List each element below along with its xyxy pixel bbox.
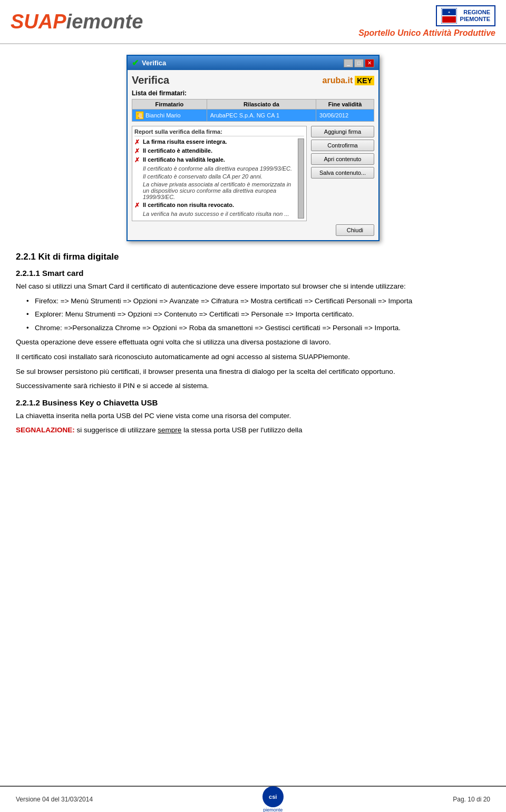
chiudi-row: Chiudi xyxy=(132,224,374,236)
para5-text: La chiavetta inserita nella porta USB de… xyxy=(16,410,490,422)
report-label: Report sulla verifica della firma: xyxy=(134,128,304,136)
report-x-icon-2: ✗ xyxy=(134,147,141,155)
aruba-key-text: KEY xyxy=(355,76,374,85)
list-item-chrome: Chrome: =>Personalizza Chrome => Opzioni… xyxy=(26,322,490,334)
suap-logo-suap: SUAP xyxy=(11,11,66,33)
scroll-bar[interactable] xyxy=(298,138,304,219)
col-firmatario: Firmatario xyxy=(132,100,207,110)
segnalazione-text: si suggerisce di utilizzare xyxy=(77,426,158,434)
table-row[interactable]: 📜Bianchi Mario ArubaPEC S.p.A. NG CA 1 3… xyxy=(132,110,374,122)
footer-logo: csi piemonte xyxy=(262,786,284,812)
report-with-scroll: ✗ La firma risulta essere integra. ✗ Il … xyxy=(134,138,304,219)
footer-version: Versione 04 del 31/03/2014 xyxy=(16,796,93,803)
segnalazione-sempre: sempre xyxy=(158,426,181,434)
cert-icon: 📜 xyxy=(135,111,144,120)
report-x-icon: ✗ xyxy=(134,138,141,146)
dialog-lower: Report sulla verifica della firma: ✗ La … xyxy=(132,126,374,221)
report-item-4: Il certificato è conforme alla direttiva… xyxy=(134,165,298,172)
csi-logo: csi xyxy=(262,786,284,807)
firefox-item-text: Firefox: => Menù Strumenti => Opzioni =>… xyxy=(35,297,412,305)
check-icon: ✔ xyxy=(132,58,139,68)
maximize-button[interactable]: □ xyxy=(354,59,364,67)
sportello-title: Sportello Unico Attività Produttive xyxy=(358,28,495,38)
csi-text: csi xyxy=(269,794,277,800)
segnalazione-label: SEGNALAZIONE: xyxy=(16,426,75,434)
cell-validita: 30/06/2012 xyxy=(316,110,374,122)
regione-flag-icon: + xyxy=(441,8,457,24)
dialog-controls[interactable]: _ □ ✕ xyxy=(344,59,374,67)
report-item-5: Il certificato è conservato dalla CA per… xyxy=(134,173,298,180)
regione-badge: + REGIONE PIEMONTE xyxy=(436,5,495,26)
main-content: ✔ Verifica _ □ ✕ Verifica aruba.it KEY xyxy=(0,44,506,468)
report-item-7: ✗ Il certificato non risulta revocato. xyxy=(134,202,298,209)
controfirma-button[interactable]: Controfirma xyxy=(311,140,374,151)
cell-firmatario: 📜Bianchi Mario xyxy=(132,110,207,122)
report-item-2: ✗ Il certificato è attendibile. xyxy=(134,147,298,155)
col-validita: Fine validità xyxy=(316,100,374,110)
para1-text: Questa operazione deve essere effettuata… xyxy=(16,336,490,348)
suap-logo: SUAPiemonte xyxy=(11,11,143,33)
segnalazione-rest: la stessa porta USB per l'utilizzo della xyxy=(183,426,302,434)
chrome-item-text: Chrome: =>Personalizza Chrome => Opzioni… xyxy=(35,324,401,332)
dialog-title-left: ✔ Verifica xyxy=(132,58,166,68)
report-text-italic-2: Il certificato è conservato dalla CA per… xyxy=(143,173,262,180)
browser-list: Firefox: => Menù Strumenti => Opzioni =>… xyxy=(16,295,490,334)
para4-text: Successivamente sarà richiesto il PIN e … xyxy=(16,380,490,392)
report-text-bold-4: Il certificato non risulta revocato. xyxy=(143,202,234,208)
section-221-heading: 2.2.1 Kit di firma digitale xyxy=(16,252,490,262)
explorer-item-text: Explorer: Menu Strumenti => Opzioni => C… xyxy=(35,310,354,318)
para2-text: Il certificato così installato sarà rico… xyxy=(16,351,490,363)
report-text-bold-3: Il certificato ha validità legale. xyxy=(143,156,225,163)
segnalazione-block: SEGNALAZIONE: si suggerisce di utilizzar… xyxy=(16,424,490,436)
report-text-bold-1: La firma risulta essere integra. xyxy=(143,138,227,145)
report-x-icon-7: ✗ xyxy=(134,202,141,209)
list-item-explorer: Explorer: Menu Strumenti => Opzioni => C… xyxy=(26,309,490,320)
verifica-dialog: ✔ Verifica _ □ ✕ Verifica aruba.it KEY xyxy=(126,55,380,241)
report-text-bold-2: Il certificato è attendibile. xyxy=(143,147,212,154)
minimize-button[interactable]: _ xyxy=(344,59,353,67)
csi-sub-text: piemonte xyxy=(263,807,283,812)
dialog-header-area: Verifica aruba.it KEY xyxy=(132,74,374,86)
list-item-firefox: Firefox: => Menù Strumenti => Opzioni =>… xyxy=(26,295,490,307)
verifica-header-text: Verifica xyxy=(132,74,169,86)
suap-logo-piemonte: iemonte xyxy=(66,11,143,33)
screenshot-container: ✔ Verifica _ □ ✕ Verifica aruba.it KEY xyxy=(16,55,490,241)
report-section: Report sulla verifica della firma: ✗ La … xyxy=(132,126,307,221)
apri-contenuto-button[interactable]: Apri contenuto xyxy=(311,153,374,165)
report-item-8: La verifica ha avuto successo e il certi… xyxy=(134,211,298,217)
report-x-icon-3: ✗ xyxy=(134,156,141,164)
cell-rilasciato: ArubaPEC S.p.A. NG CA 1 xyxy=(207,110,316,122)
report-text-italic-3: La chiave privata associata al certifica… xyxy=(143,181,298,200)
report-item-3: ✗ Il certificato ha validità legale. xyxy=(134,156,298,164)
footer-page: Pag. 10 di 20 xyxy=(453,796,490,803)
report-item-6: La chiave privata associata al certifica… xyxy=(134,181,298,200)
section-2212-heading: 2.2.1.2 Business Key o Chiavetta USB xyxy=(16,398,490,407)
aruba-logo: aruba.it KEY xyxy=(323,76,374,85)
report-item-1: ✗ La firma risulta essere integra. xyxy=(134,138,298,146)
page-header: SUAPiemonte + REGIONE PIEMONTE Sportello… xyxy=(0,0,506,44)
aggiungi-firma-button[interactable]: Aggiungi firma xyxy=(311,126,374,137)
aruba-text: aruba.it xyxy=(323,76,353,85)
chiudi-button[interactable]: Chiudi xyxy=(336,224,374,236)
col-rilasciato: Rilasciato da xyxy=(207,100,316,110)
dialog-titlebar: ✔ Verifica _ □ ✕ xyxy=(128,56,378,70)
svg-rect-2 xyxy=(442,16,456,23)
salva-contenuto-button[interactable]: Salva contenuto... xyxy=(311,167,374,179)
page-footer: Versione 04 del 31/03/2014 csi piemonte … xyxy=(0,786,506,812)
report-text-italic-4: La verifica ha avuto successo e il certi… xyxy=(143,211,289,217)
para3-text: Se sul browser persistono più certificat… xyxy=(16,366,490,378)
section-2211-heading: 2.2.1.1 Smart card xyxy=(16,269,490,278)
close-button[interactable]: ✕ xyxy=(365,59,374,67)
dialog-buttons: Aggiungi firma Controfirma Apri contenut… xyxy=(311,126,374,221)
report-text-italic-1: Il certificato è conforme alla direttiva… xyxy=(143,165,292,172)
firmatari-table: Firmatario Rilasciato da Fine validità 📜… xyxy=(132,99,374,122)
report-text-area: ✗ La firma risulta essere integra. ✗ Il … xyxy=(134,138,298,219)
dialog-body: Verifica aruba.it KEY Lista dei firmatar… xyxy=(128,70,378,240)
intro-text: Nel caso si utilizzi una Smart Card il c… xyxy=(16,281,490,292)
lista-firmatari-label: Lista dei firmatari: xyxy=(132,90,374,97)
dialog-title-text: Verifica xyxy=(142,59,166,67)
regione-text: REGIONE PIEMONTE xyxy=(460,9,490,23)
header-right: + REGIONE PIEMONTE Sportello Unico Attiv… xyxy=(358,5,495,38)
svg-text:+: + xyxy=(448,11,450,14)
